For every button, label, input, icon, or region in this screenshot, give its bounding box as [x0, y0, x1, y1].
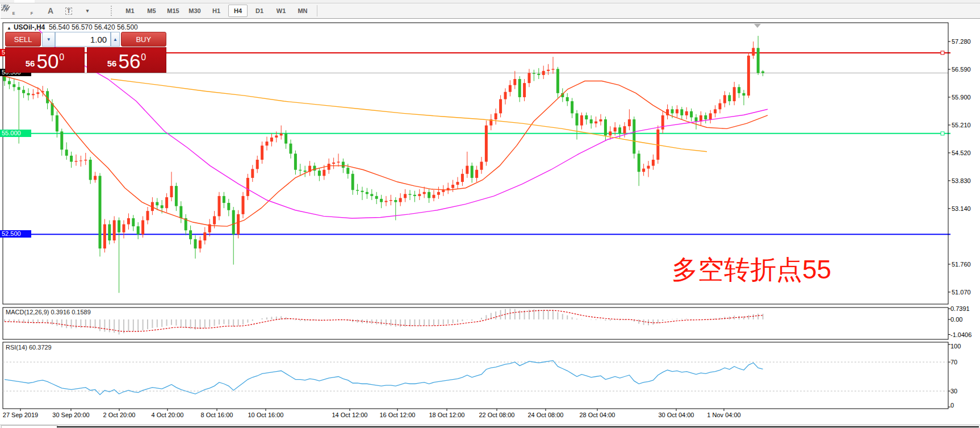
macd-panel-border	[3, 308, 948, 339]
hline-handle	[941, 51, 944, 55]
rsi-indicator-label: RSI(14) 60.3729	[6, 344, 52, 351]
hline-handle	[941, 132, 944, 135]
symbol-period-label: USOil-,H4	[14, 23, 45, 31]
symbol-ohlc-values: 56.540 56.570 56.420 56.500	[49, 23, 138, 31]
buy-price-big: 56	[118, 52, 140, 70]
volume-down-icon: ▼	[47, 37, 51, 42]
macd-values: 0.3916 0.1589	[51, 309, 90, 315]
price-level-tag: 55.000	[0, 130, 31, 137]
buy-price-sup: 0	[141, 52, 146, 63]
buy-price-display[interactable]: 56 56 0	[87, 47, 166, 73]
volume-decrease-button[interactable]: ▼	[42, 32, 55, 47]
sell-button[interactable]: SELL	[5, 32, 41, 47]
symbol-header: ▲USOil-,H4 56.540 56.570 56.420 56.500	[7, 23, 138, 31]
candlestick-series	[3, 36, 765, 293]
sell-price-display[interactable]: 56 50 0	[5, 47, 85, 73]
macd-signal-line	[5, 310, 763, 331]
rsi-value: 60.3729	[29, 344, 52, 351]
trading-terminal-window: E F A T ▾ M1M5M15M30H1H4D1W1MN ▲USOil-,H…	[0, 0, 980, 428]
ma-slowest-line	[111, 79, 707, 152]
volume-increase-button[interactable]: ▲	[111, 32, 119, 47]
sell-price-sup: 0	[59, 52, 64, 63]
volume-input[interactable]: 1.00	[55, 32, 111, 47]
ma-fast-line	[0, 75, 768, 226]
sell-price-prefix: 56	[26, 59, 35, 68]
chart-text-annotation[interactable]: 多空转折点55	[672, 252, 831, 288]
panel-collapse-icon[interactable]: ▲	[7, 26, 11, 31]
chart-shift-marker-icon	[754, 24, 761, 28]
volume-up-icon: ▲	[113, 37, 118, 42]
buy-price-prefix: 56	[107, 59, 117, 68]
one-click-trade-panel: SELL ▼ 1.00 ▲ BUY 56 50 0 56 56 0	[5, 32, 166, 73]
sell-price-big: 50	[36, 52, 58, 70]
rsi-line	[5, 360, 763, 394]
buy-button[interactable]: BUY	[121, 32, 166, 47]
price-level-tag: 52.500	[0, 230, 31, 238]
macd-indicator-label: MACD(12,26,9) 0.3916 0.1589	[6, 309, 91, 315]
rsi-panel-border	[3, 342, 948, 409]
